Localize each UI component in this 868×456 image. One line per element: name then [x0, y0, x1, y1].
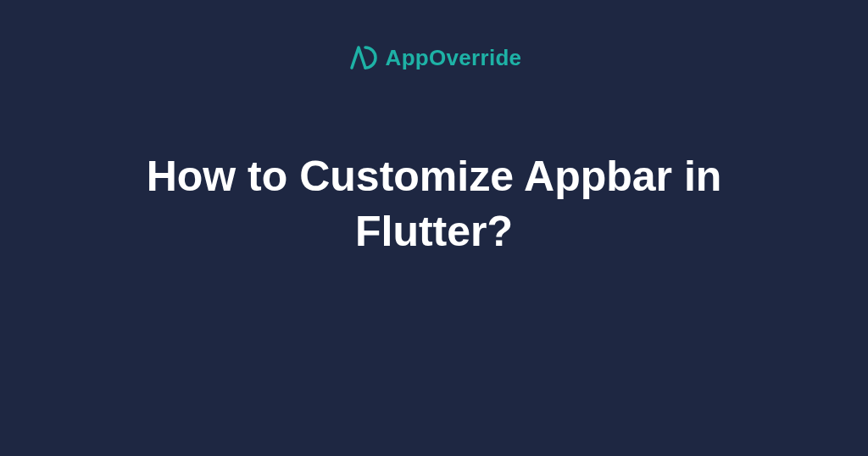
- page-title: How to Customize Appbar in Flutter?: [86, 149, 782, 259]
- logo-mark-icon: [347, 42, 377, 73]
- brand-logo: AppOverride: [347, 42, 522, 73]
- brand-name: AppOverride: [386, 45, 522, 71]
